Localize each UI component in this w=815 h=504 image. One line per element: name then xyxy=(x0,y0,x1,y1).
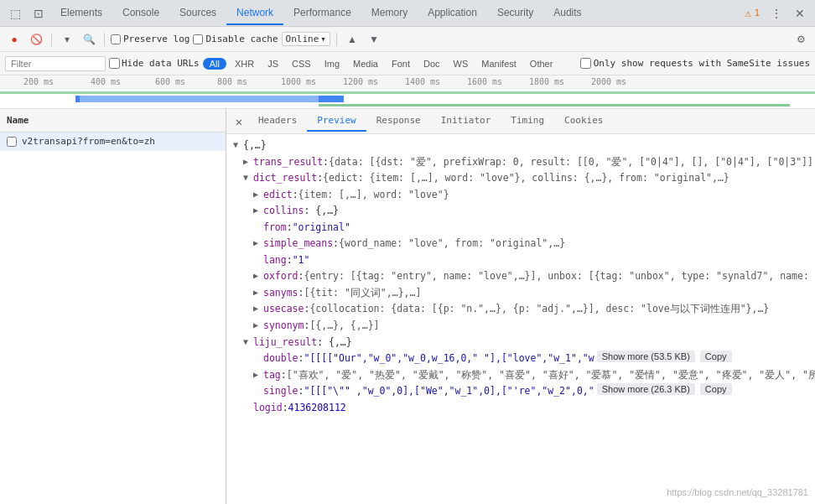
timeline-bar-blue-light xyxy=(80,96,319,102)
tab-elements[interactable]: Elements xyxy=(50,2,112,25)
export-btn[interactable]: ▼ xyxy=(365,30,383,49)
detail-tab-timing[interactable]: Timing xyxy=(501,111,554,132)
json-liju-result-row: ▼ liju_result : {,…} xyxy=(233,335,808,351)
filter-js-btn[interactable]: JS xyxy=(262,58,283,70)
disable-cache-label[interactable]: Disable cache xyxy=(193,34,278,44)
json-simple-means-row: ▶ simple_means : {word_name: "love", fro… xyxy=(233,236,808,252)
tab-memory[interactable]: Memory xyxy=(361,2,418,25)
tab-sources[interactable]: Sources xyxy=(169,2,226,25)
json-tag-row: ▶ tag : ["喜欢", "爱", "热爱", "爱戴", "称赞", "喜… xyxy=(233,367,808,384)
filter-ws-btn[interactable]: WS xyxy=(449,58,474,70)
detail-close-btn[interactable]: ✕ xyxy=(230,112,248,131)
json-usecase-row: ▶ usecase : {collocation: {data: [{p: "n… xyxy=(233,301,808,318)
throttle-select[interactable]: Online ▾ xyxy=(282,32,330,46)
filter-xhr-btn[interactable]: XHR xyxy=(230,58,259,70)
separator-2 xyxy=(104,33,105,46)
detail-tab-initiator[interactable]: Initiator xyxy=(431,111,501,132)
expand-root[interactable]: ▼ xyxy=(233,138,243,152)
single-show-more-btn[interactable]: Show more (26.3 KB) xyxy=(597,383,695,395)
detail-panel: ✕ Headers Preview Response Initiator Tim… xyxy=(226,109,815,504)
warning-icon: ⚠ xyxy=(745,7,752,19)
filter-toggle-btn[interactable]: ▾ xyxy=(58,30,76,49)
hide-data-urls-checkbox[interactable] xyxy=(109,58,120,69)
double-show-more-btn[interactable]: Show more (53.5 KB) xyxy=(597,351,695,362)
preview-content: ▼ {,…} ▶ trans_result : {data: [{dst: "爱… xyxy=(226,134,815,504)
network-toolbar: ● 🚫 ▾ 🔍 Preserve log Disable cache Onlin… xyxy=(0,27,815,52)
detail-tab-preview[interactable]: Preview xyxy=(307,111,366,132)
warning-count: 1 xyxy=(754,8,760,18)
expand-collins[interactable]: ▶ xyxy=(253,203,263,217)
detail-tabs: ✕ Headers Preview Response Initiator Tim… xyxy=(226,109,815,134)
tab-audits[interactable]: Audits xyxy=(543,2,591,25)
devtools-tab-bar: ⬚ ⊡ Elements Console Sources Network Per… xyxy=(0,0,815,27)
tab-security[interactable]: Security xyxy=(487,2,543,25)
timeline-bar-green-top xyxy=(0,91,815,94)
filter-input[interactable] xyxy=(5,56,106,71)
samesite-checkbox[interactable] xyxy=(580,58,591,69)
import-btn[interactable]: ▲ xyxy=(343,30,361,49)
filter-font-btn[interactable]: Font xyxy=(387,58,415,70)
preserve-log-checkbox[interactable] xyxy=(111,34,121,44)
expand-simple-means[interactable]: ▶ xyxy=(253,236,263,250)
search-btn[interactable]: 🔍 xyxy=(80,30,98,49)
request-list-header: Name xyxy=(0,109,226,132)
settings-btn[interactable]: ⚙ xyxy=(792,30,810,49)
timeline-mark-1000: 1000 ms xyxy=(281,77,316,86)
preserve-log-label[interactable]: Preserve log xyxy=(111,34,189,44)
disable-cache-checkbox[interactable] xyxy=(193,34,203,44)
throttle-arrow: ▾ xyxy=(320,34,326,44)
clear-btn[interactable]: 🚫 xyxy=(27,30,45,49)
disable-cache-text: Disable cache xyxy=(205,34,278,44)
detail-tab-headers[interactable]: Headers xyxy=(248,111,307,132)
request-list: Name v2transapi?from=en&to=zh xyxy=(0,109,226,504)
expand-sanyms[interactable]: ▶ xyxy=(253,285,263,299)
filter-manifest-btn[interactable]: Manifest xyxy=(476,58,522,70)
json-lang-row: ▶ lang : "1" xyxy=(233,252,808,269)
expand-edict[interactable]: ▶ xyxy=(253,187,263,201)
expand-liju-result[interactable]: ▼ xyxy=(243,335,253,349)
json-dict-result-row: ▼ dict_result : {edict: {item: [,…], wor… xyxy=(233,170,808,187)
timeline-mark-1800: 1800 ms xyxy=(529,77,564,86)
separator-3 xyxy=(336,33,337,46)
timeline-mark-400: 400 ms xyxy=(91,77,121,86)
samesite-filter[interactable]: Only show requests with SameSite issues xyxy=(580,58,810,69)
filter-doc-btn[interactable]: Doc xyxy=(418,58,445,70)
single-copy-btn[interactable]: Copy xyxy=(700,383,732,395)
more-options-btn[interactable]: ⋮ xyxy=(765,2,788,25)
expand-dict-result[interactable]: ▼ xyxy=(243,170,253,184)
timeline-bars xyxy=(0,89,815,108)
expand-trans-result[interactable]: ▶ xyxy=(243,154,253,169)
tab-performance[interactable]: Performance xyxy=(283,2,361,25)
device-toolbar-btn[interactable]: ⊡ xyxy=(27,2,50,25)
detail-tab-response[interactable]: Response xyxy=(366,111,431,132)
json-double-row: ▶ double : "[[[["Our","w_0","w_0,w_16,0,… xyxy=(233,351,808,367)
request-checkbox[interactable] xyxy=(7,137,17,147)
timeline-mark-1600: 1600 ms xyxy=(467,77,502,86)
tab-console[interactable]: Console xyxy=(112,2,169,25)
close-devtools-btn[interactable]: ✕ xyxy=(788,2,812,25)
filter-media-btn[interactable]: Media xyxy=(348,58,383,70)
timeline-mark-1400: 1400 ms xyxy=(405,77,440,86)
json-collins-row: ▶ collins : {,…} xyxy=(233,203,808,220)
json-edict-row: ▶ edict : {item: [,…], word: "love"} xyxy=(233,187,808,204)
detail-tab-cookies[interactable]: Cookies xyxy=(554,111,613,132)
json-sanyms-row: ▶ sanyms : [{tit: "同义词",…},…] xyxy=(233,285,808,302)
expand-oxford[interactable]: ▶ xyxy=(253,268,263,283)
filter-all-btn[interactable]: All xyxy=(203,58,226,70)
hide-data-urls-label[interactable]: Hide data URLs xyxy=(109,58,200,69)
filter-css-btn[interactable]: CSS xyxy=(287,58,316,70)
tab-application[interactable]: Application xyxy=(418,2,487,25)
double-copy-btn[interactable]: Copy xyxy=(700,351,732,362)
expand-synonym[interactable]: ▶ xyxy=(253,318,263,332)
filter-other-btn[interactable]: Other xyxy=(525,58,558,70)
tab-network[interactable]: Network xyxy=(226,2,283,25)
inspect-element-btn[interactable]: ⬚ xyxy=(3,2,27,25)
record-btn[interactable]: ● xyxy=(5,30,23,49)
filter-img-btn[interactable]: Img xyxy=(319,58,345,70)
json-root-row: ▼ {,…} xyxy=(233,138,808,154)
expand-tag[interactable]: ▶ xyxy=(253,367,263,382)
request-item[interactable]: v2transapi?from=en&to=zh xyxy=(0,132,226,151)
expand-usecase[interactable]: ▶ xyxy=(253,301,263,315)
timeline-mark-800: 800 ms xyxy=(217,77,247,86)
timeline-mark-2000: 2000 ms xyxy=(591,77,626,86)
